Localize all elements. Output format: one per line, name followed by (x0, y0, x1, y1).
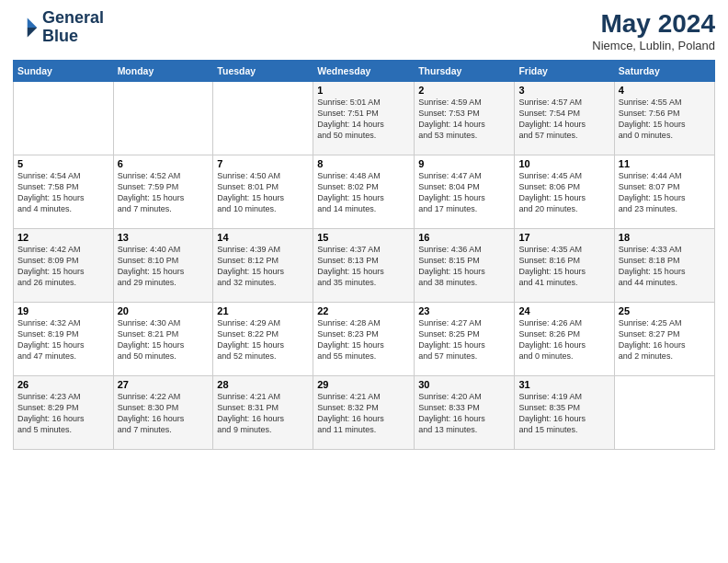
day-number: 5 (17, 158, 109, 169)
calendar-title: May 2024 (592, 9, 715, 39)
day-info: Sunrise: 4:39 AMSunset: 8:12 PMDaylight:… (217, 244, 309, 289)
day-cell: 20Sunrise: 4:30 AMSunset: 8:21 PMDayligh… (113, 303, 213, 376)
day-info: Sunrise: 4:22 AMSunset: 8:30 PMDaylight:… (118, 391, 210, 436)
day-cell: 30Sunrise: 4:20 AMSunset: 8:33 PMDayligh… (415, 376, 515, 450)
day-number: 21 (217, 305, 309, 316)
col-sunday: Sunday (14, 61, 114, 82)
day-info: Sunrise: 4:27 AMSunset: 8:25 PMDaylight:… (418, 317, 510, 362)
day-info: Sunrise: 4:36 AMSunset: 8:15 PMDaylight:… (418, 244, 510, 289)
day-info: Sunrise: 4:23 AMSunset: 8:29 PMDaylight:… (17, 391, 109, 436)
day-number: 4 (619, 85, 711, 96)
day-number: 8 (317, 158, 410, 169)
day-number: 11 (619, 158, 711, 169)
day-number: 19 (17, 305, 109, 316)
header-row: Sunday Monday Tuesday Wednesday Thursday… (14, 61, 715, 82)
col-thursday: Thursday (415, 61, 515, 82)
day-info: Sunrise: 4:21 AMSunset: 8:32 PMDaylight:… (317, 391, 410, 436)
day-number: 28 (217, 379, 309, 390)
svg-marker-0 (28, 17, 38, 28)
day-cell: 26Sunrise: 4:23 AMSunset: 8:29 PMDayligh… (14, 376, 114, 450)
day-number: 23 (418, 305, 510, 316)
day-number: 22 (317, 305, 410, 316)
day-cell: 16Sunrise: 4:36 AMSunset: 8:15 PMDayligh… (415, 229, 515, 303)
day-cell: 29Sunrise: 4:21 AMSunset: 8:32 PMDayligh… (313, 376, 415, 450)
day-info: Sunrise: 4:32 AMSunset: 8:19 PMDaylight:… (17, 317, 109, 362)
week-row-5: 26Sunrise: 4:23 AMSunset: 8:29 PMDayligh… (14, 376, 715, 450)
day-cell (614, 376, 714, 450)
day-number: 20 (118, 305, 210, 316)
svg-marker-1 (28, 28, 38, 38)
day-info: Sunrise: 4:47 AMSunset: 8:04 PMDaylight:… (418, 170, 510, 215)
day-info: Sunrise: 4:44 AMSunset: 8:07 PMDaylight:… (619, 170, 711, 215)
day-info: Sunrise: 4:55 AMSunset: 7:56 PMDaylight:… (619, 97, 711, 142)
day-number: 2 (418, 85, 510, 96)
day-cell: 10Sunrise: 4:45 AMSunset: 8:06 PMDayligh… (515, 155, 614, 229)
day-cell: 27Sunrise: 4:22 AMSunset: 8:30 PMDayligh… (113, 376, 213, 450)
day-info: Sunrise: 4:19 AMSunset: 8:35 PMDaylight:… (518, 391, 609, 436)
day-cell: 8Sunrise: 4:48 AMSunset: 8:02 PMDaylight… (313, 155, 415, 229)
day-cell (113, 82, 213, 155)
day-number: 1 (317, 85, 410, 96)
day-info: Sunrise: 4:54 AMSunset: 7:58 PMDaylight:… (17, 170, 109, 215)
day-number: 10 (518, 158, 609, 169)
week-row-1: 1Sunrise: 5:01 AMSunset: 7:51 PMDaylight… (14, 82, 715, 155)
day-cell: 19Sunrise: 4:32 AMSunset: 8:19 PMDayligh… (14, 303, 114, 376)
logo: General Blue (13, 9, 104, 46)
logo-text: General Blue (42, 9, 104, 46)
day-number: 27 (118, 379, 210, 390)
day-number: 15 (317, 232, 410, 243)
day-info: Sunrise: 4:45 AMSunset: 8:06 PMDaylight:… (518, 170, 609, 215)
day-cell: 22Sunrise: 4:28 AMSunset: 8:23 PMDayligh… (313, 303, 415, 376)
day-cell: 6Sunrise: 4:52 AMSunset: 7:59 PMDaylight… (113, 155, 213, 229)
title-block: May 2024 Niemce, Lublin, Poland (592, 9, 715, 52)
day-cell: 12Sunrise: 4:42 AMSunset: 8:09 PMDayligh… (14, 229, 114, 303)
day-cell: 31Sunrise: 4:19 AMSunset: 8:35 PMDayligh… (515, 376, 614, 450)
day-cell: 21Sunrise: 4:29 AMSunset: 8:22 PMDayligh… (213, 303, 313, 376)
day-cell: 3Sunrise: 4:57 AMSunset: 7:54 PMDaylight… (515, 82, 614, 155)
day-info: Sunrise: 5:01 AMSunset: 7:51 PMDaylight:… (317, 97, 410, 142)
day-cell: 4Sunrise: 4:55 AMSunset: 7:56 PMDaylight… (614, 82, 714, 155)
day-cell: 13Sunrise: 4:40 AMSunset: 8:10 PMDayligh… (113, 229, 213, 303)
day-number: 12 (17, 232, 109, 243)
day-info: Sunrise: 4:25 AMSunset: 8:27 PMDaylight:… (619, 317, 711, 362)
day-info: Sunrise: 4:29 AMSunset: 8:22 PMDaylight:… (217, 317, 309, 362)
day-number: 7 (217, 158, 309, 169)
day-cell: 9Sunrise: 4:47 AMSunset: 8:04 PMDaylight… (415, 155, 515, 229)
logo-icon (13, 15, 39, 40)
day-info: Sunrise: 4:59 AMSunset: 7:53 PMDaylight:… (418, 97, 510, 142)
day-cell: 2Sunrise: 4:59 AMSunset: 7:53 PMDaylight… (415, 82, 515, 155)
day-number: 13 (118, 232, 210, 243)
col-saturday: Saturday (614, 61, 714, 82)
day-cell: 11Sunrise: 4:44 AMSunset: 8:07 PMDayligh… (614, 155, 714, 229)
day-cell: 5Sunrise: 4:54 AMSunset: 7:58 PMDaylight… (14, 155, 114, 229)
col-friday: Friday (515, 61, 614, 82)
day-number: 25 (619, 305, 711, 316)
col-wednesday: Wednesday (313, 61, 415, 82)
day-cell: 1Sunrise: 5:01 AMSunset: 7:51 PMDaylight… (313, 82, 415, 155)
day-number: 9 (418, 158, 510, 169)
day-number: 30 (418, 379, 510, 390)
day-info: Sunrise: 4:42 AMSunset: 8:09 PMDaylight:… (17, 244, 109, 289)
day-number: 16 (418, 232, 510, 243)
col-monday: Monday (113, 61, 213, 82)
week-row-2: 5Sunrise: 4:54 AMSunset: 7:58 PMDaylight… (14, 155, 715, 229)
day-info: Sunrise: 4:52 AMSunset: 7:59 PMDaylight:… (118, 170, 210, 215)
day-cell: 17Sunrise: 4:35 AMSunset: 8:16 PMDayligh… (515, 229, 614, 303)
day-number: 3 (518, 85, 609, 96)
day-number: 26 (17, 379, 109, 390)
day-info: Sunrise: 4:35 AMSunset: 8:16 PMDaylight:… (518, 244, 609, 289)
day-cell: 7Sunrise: 4:50 AMSunset: 8:01 PMDaylight… (213, 155, 313, 229)
day-cell: 24Sunrise: 4:26 AMSunset: 8:26 PMDayligh… (515, 303, 614, 376)
day-info: Sunrise: 4:33 AMSunset: 8:18 PMDaylight:… (619, 244, 711, 289)
day-number: 17 (518, 232, 609, 243)
day-info: Sunrise: 4:50 AMSunset: 8:01 PMDaylight:… (217, 170, 309, 215)
day-number: 24 (518, 305, 609, 316)
day-cell (213, 82, 313, 155)
calendar-subtitle: Niemce, Lublin, Poland (592, 39, 715, 52)
day-info: Sunrise: 4:30 AMSunset: 8:21 PMDaylight:… (118, 317, 210, 362)
day-cell: 28Sunrise: 4:21 AMSunset: 8:31 PMDayligh… (213, 376, 313, 450)
day-cell (14, 82, 114, 155)
col-tuesday: Tuesday (213, 61, 313, 82)
day-cell: 15Sunrise: 4:37 AMSunset: 8:13 PMDayligh… (313, 229, 415, 303)
day-number: 18 (619, 232, 711, 243)
